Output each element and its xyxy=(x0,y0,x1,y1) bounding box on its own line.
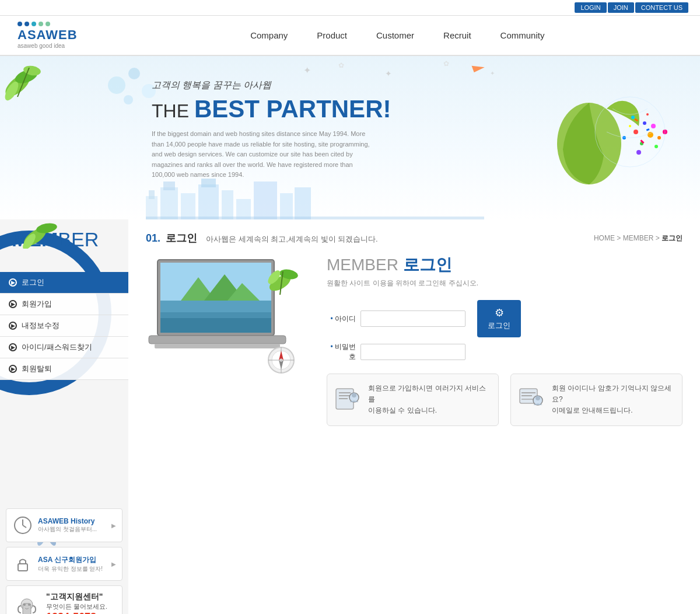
contact-top-button[interactable]: CONTECT US xyxy=(635,2,688,13)
history-card-sub: 아사웹의 첫걸음부터... xyxy=(38,525,97,533)
svg-point-85 xyxy=(352,393,356,397)
sidebar-item-profile-label: 내정보수정 xyxy=(22,320,60,331)
pw-label: 비밀번호 xyxy=(327,342,356,362)
svg-point-57 xyxy=(23,603,26,606)
svg-text:✦: ✦ xyxy=(385,69,392,78)
sidebar-card-newmember[interactable]: ASA 신구회원가입 더욱 유익한 정보를 얻자! ▶ xyxy=(6,547,123,581)
hero-title-pre: THE xyxy=(152,100,194,121)
svg-point-6 xyxy=(128,68,140,79)
sidebar-arrow-profile: ▶ xyxy=(9,322,17,330)
nav-recruit[interactable]: Recruit xyxy=(443,30,471,40)
svg-rect-41 xyxy=(236,199,251,219)
nav-community[interactable]: Community xyxy=(501,30,545,40)
member-title: MEMBER 로그인 xyxy=(327,254,682,276)
headset-icon xyxy=(12,593,41,614)
support-phone: 1234-5678 xyxy=(46,611,107,614)
id-label: 아이디 xyxy=(327,314,356,324)
login-button[interactable]: ⚙ 로그인 xyxy=(477,300,521,337)
newmember-card-sub: 더욱 유익한 정보를 얻자! xyxy=(38,565,103,573)
history-card-title: ASAWEB History xyxy=(38,517,97,525)
svg-point-5 xyxy=(108,76,125,94)
svg-point-20 xyxy=(651,124,656,128)
history-card-arrow: ▶ xyxy=(111,522,116,529)
findaccount-icon xyxy=(517,383,546,412)
info-card-register[interactable]: 회원으로 가입하시면 여러가지 서비스를이용하실 수 있습니다. xyxy=(327,374,499,426)
svg-rect-87 xyxy=(522,392,536,393)
svg-rect-88 xyxy=(522,395,532,396)
svg-rect-39 xyxy=(201,179,216,187)
breadcrumb-home[interactable]: HOME xyxy=(594,234,615,242)
svg-text:✿: ✿ xyxy=(443,60,449,68)
page-title: 01. 로그인 아사웹은 세계속의 최고,세계속의 빛이 되겠습니다. xyxy=(146,231,378,245)
svg-marker-14 xyxy=(472,62,485,72)
svg-rect-82 xyxy=(339,395,351,396)
svg-rect-63 xyxy=(160,318,271,333)
logo-name[interactable]: ASAWEB xyxy=(18,27,78,43)
svg-point-16 xyxy=(634,130,638,134)
svg-point-22 xyxy=(657,136,661,139)
logo-sub: asaweb good idea xyxy=(18,43,78,49)
svg-point-8 xyxy=(124,95,133,104)
sidebar-item-withdraw[interactable]: ▶ 회원탈퇴 xyxy=(0,358,128,380)
pw-input[interactable] xyxy=(360,344,466,360)
info-card-register-text: 회원으로 가입하시면 여러가지 서비스를이용하실 수 있습니다. xyxy=(368,383,489,417)
page-num: 01. xyxy=(146,232,160,244)
history-card-info: ASAWEB History 아사웹의 첫걸음부터... xyxy=(38,517,97,533)
breadcrumb-member[interactable]: MEMBER xyxy=(623,234,654,242)
hero-banner: 고객의 행복을 꿈꾸는 아사웹 THE BEST PARTNER! If the… xyxy=(0,56,700,219)
header: ASAWEB asaweb good idea Company Product … xyxy=(0,16,700,56)
sidebar-arrow-register: ▶ xyxy=(9,300,17,308)
svg-line-53 xyxy=(23,525,26,528)
sidebar-item-register[interactable]: ▶ 회원가입 xyxy=(0,294,128,315)
nav-company[interactable]: Company xyxy=(250,30,288,40)
nav-customer[interactable]: Customer xyxy=(376,30,414,40)
breadcrumb: HOME > MEMBER > 로그인 xyxy=(594,233,682,243)
plant-decoration xyxy=(257,254,303,301)
svg-text:✦: ✦ xyxy=(490,70,495,76)
info-card-findaccount[interactable]: 회원 아이디나 암호가 기억나지 않으세요?이메일로 안내해드립니다. xyxy=(510,374,682,426)
lower-info-cards: 회원으로 가입하시면 여러가지 서비스를이용하실 수 있습니다. xyxy=(327,374,682,426)
svg-point-18 xyxy=(648,132,653,138)
svg-point-25 xyxy=(654,145,658,148)
main-content: 01. 로그인 아사웹은 세계속의 최고,세계속의 빛이 되겠습니다. HOME… xyxy=(128,219,700,614)
id-input[interactable] xyxy=(360,311,466,327)
sidebar-item-findid-label: 아이디/패스워드찾기 xyxy=(22,342,92,353)
register-icon xyxy=(333,383,362,412)
sidebar-card-history[interactable]: ASAWEB History 아사웹의 첫걸음부터... ▶ xyxy=(6,508,123,542)
pw-form-row: 비밀번호 xyxy=(327,342,682,362)
sidebar-item-login-label: 로그인 xyxy=(22,277,44,288)
sidebar-item-login[interactable]: ▶ 로그인 xyxy=(0,272,128,294)
svg-rect-34 xyxy=(149,190,155,199)
join-top-button[interactable]: JOIN xyxy=(608,2,634,13)
breadcrumb-sep1: > xyxy=(617,234,622,242)
page-title-row: 01. 로그인 아사웹은 세계속의 최고,세계속의 빛이 되겠습니다. HOME… xyxy=(146,231,682,245)
nav-product[interactable]: Product xyxy=(317,30,347,40)
compass-decoration xyxy=(265,344,298,376)
member-title-text: MEMBER xyxy=(327,256,398,274)
login-btn-label: 로그인 xyxy=(488,320,510,331)
svg-rect-69 xyxy=(155,344,280,348)
member-title-korean: 로그인 xyxy=(403,256,452,274)
logo-area: ASAWEB asaweb good idea xyxy=(18,22,78,49)
svg-rect-42 xyxy=(254,182,277,219)
hero-title: THE BEST PARTNER! xyxy=(152,95,391,123)
sidebar-menu: ▶ 로그인 ▶ 회원가입 ▶ 내정보수정 ▶ 아이디/패스워드찾기 ▶ 회원탈퇴 xyxy=(0,272,128,380)
sidebar-item-profile[interactable]: ▶ 내정보수정 xyxy=(0,315,128,337)
svg-point-21 xyxy=(631,116,635,119)
svg-rect-36 xyxy=(163,182,175,190)
logo-dots xyxy=(18,22,78,26)
hero-egg-illustration xyxy=(548,62,677,208)
main-wrapper: MEMBER ▶ 로그인 ▶ 회원가입 ▶ 내정보수정 ▶ 아이디/ xyxy=(0,219,700,614)
login-top-button[interactable]: LOGIN xyxy=(575,2,606,13)
svg-point-24 xyxy=(646,113,649,116)
sidebar-item-findid[interactable]: ▶ 아이디/패스워드찾기 xyxy=(0,337,128,358)
breadcrumb-sep2: > xyxy=(656,234,662,242)
svg-rect-44 xyxy=(295,187,311,219)
sidebar-support-card[interactable]: "고객지원센터" 무엇이든 물어보세요. 1234-5678 xyxy=(6,585,123,614)
svg-rect-45 xyxy=(146,217,484,219)
sidebar-arrow-withdraw: ▶ xyxy=(9,365,17,373)
main-nav: Company Product Customer Recruit Communi… xyxy=(113,30,682,40)
svg-rect-38 xyxy=(198,184,219,219)
svg-rect-81 xyxy=(339,392,351,393)
svg-rect-40 xyxy=(222,190,233,219)
